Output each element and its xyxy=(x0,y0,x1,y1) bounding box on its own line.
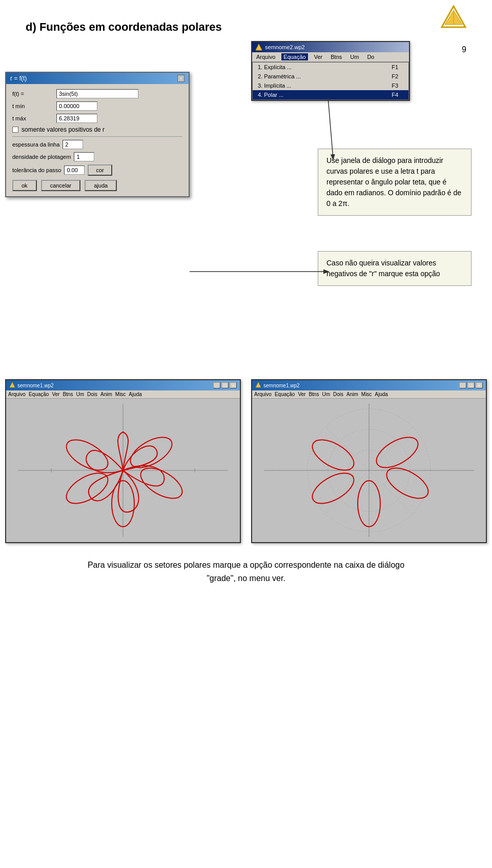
page-number: 9 xyxy=(462,45,466,54)
menu-btns[interactable]: Btns xyxy=(329,53,344,60)
menu-arquivo[interactable]: Arquivo xyxy=(254,53,277,60)
app2-menu-equacao[interactable]: Equação xyxy=(275,391,295,397)
app2-close-btn[interactable]: × xyxy=(476,382,483,388)
app1-menu-equacao[interactable]: Equação xyxy=(29,391,49,397)
app1-menu-btns[interactable]: Btns xyxy=(63,391,73,397)
app2-menu-um[interactable]: Um xyxy=(322,391,330,397)
espessura-row: espessura da linha xyxy=(12,140,182,149)
app1-menu-dois[interactable]: Dois xyxy=(87,391,97,397)
menu-dropdown: 1. Explícita ...F1 2. Paramétrica ...F2 … xyxy=(252,62,409,100)
screenshots-row: semnome1.wp2 _ □ × Arquivo Equação Ver B… xyxy=(5,379,487,543)
app2-maximize-btn[interactable]: □ xyxy=(467,382,475,388)
app2-menu-ver[interactable]: Ver xyxy=(298,391,305,397)
app2-menu-arquivo[interactable]: Arquivo xyxy=(254,391,272,397)
tmax-input[interactable] xyxy=(56,114,97,123)
densidade-label: densidade de plotagem xyxy=(12,154,71,160)
callout-box-1: Use janela de diálogo para introduzir cu… xyxy=(318,149,471,216)
callout2-text: Caso não queira visualizar valores negat… xyxy=(326,259,440,278)
app1-menu-um[interactable]: Um xyxy=(76,391,84,397)
menu-title: semnome2.wp2 xyxy=(265,44,305,50)
checkbox-row: somente valores positivos de r xyxy=(12,126,182,133)
densidade-input[interactable] xyxy=(74,152,94,161)
app2-titlebar: semnome1.wp2 _ □ × xyxy=(252,380,486,390)
app1-minimize-btn[interactable]: _ xyxy=(213,382,220,388)
ft-input[interactable] xyxy=(56,89,138,98)
dialog-titlebar: r = f(t) × xyxy=(6,73,189,84)
menu-ver[interactable]: Ver xyxy=(312,53,325,60)
dialog-box: r = f(t) × f(t) = t mín t máx somente v xyxy=(5,72,190,197)
app2-icon xyxy=(255,382,261,389)
tolerancia-row: tolerância do passo cor xyxy=(12,164,182,176)
tolerancia-input[interactable] xyxy=(64,166,85,175)
app1-canvas xyxy=(6,399,240,542)
ok-button[interactable]: ok xyxy=(12,180,37,191)
app2-menu-ajuda[interactable]: Ajuda xyxy=(375,391,388,397)
densidade-row: densidade de plotagem xyxy=(12,152,182,161)
app1-menu-ajuda[interactable]: Ajuda xyxy=(129,391,142,397)
app2-titlebar-left: semnome1.wp2 xyxy=(255,382,300,389)
bottom-text-content: Para visualizar os setores polares marqu… xyxy=(88,561,404,569)
callout1-text: Use janela de diálogo para introduzir cu… xyxy=(326,156,461,208)
section-title: d) Funções em coordenadas polares xyxy=(26,20,466,34)
tmax-row: t máx xyxy=(12,114,182,123)
screenshot-2: semnome1.wp2 _ □ × Arquivo Equação Ver B… xyxy=(251,379,487,543)
app2-canvas xyxy=(252,399,486,542)
app1-close-btn[interactable]: × xyxy=(230,382,237,388)
menu-item-polar[interactable]: 4. Polar ...F4 xyxy=(253,90,408,99)
dialog-close-button[interactable]: × xyxy=(177,75,184,82)
menu-item-implicita[interactable]: 3. Implícita ...F3 xyxy=(253,81,408,90)
menu-titlebar: semnome2.wp2 xyxy=(252,42,409,52)
espessura-label: espessura da linha xyxy=(12,141,59,148)
app1-titlebar: semnome1.wp2 _ □ × xyxy=(6,380,240,390)
ajuda-button[interactable]: ajuda xyxy=(85,180,117,191)
positive-values-checkbox[interactable] xyxy=(12,127,18,133)
svg-marker-17 xyxy=(256,382,261,387)
menu-item-parametrica[interactable]: 2. Paramétrica ...F2 xyxy=(253,72,408,81)
app1-title: semnome1.wp2 xyxy=(17,383,54,388)
bottom-text: Para visualizar os setores polares marqu… xyxy=(5,559,487,585)
tmin-row: t mín xyxy=(12,101,182,111)
cor-button[interactable]: cor xyxy=(88,164,112,176)
tmin-input[interactable] xyxy=(56,101,97,111)
bottom-text-grade: "grade", no menu ver. xyxy=(207,574,285,583)
menu-um[interactable]: Um xyxy=(348,53,361,60)
app1-menu-ver[interactable]: Ver xyxy=(52,391,59,397)
tmin-label: t mín xyxy=(12,103,53,109)
menu-equacao[interactable]: Equação xyxy=(281,53,308,60)
app1-menubar: Arquivo Equação Ver Btns Um Dois Anim Mi… xyxy=(6,390,240,399)
app1-titlebar-buttons: _ □ × xyxy=(213,382,237,388)
top-logo xyxy=(441,5,466,30)
espessura-input[interactable] xyxy=(63,140,83,149)
screenshot-1: semnome1.wp2 _ □ × Arquivo Equação Ver B… xyxy=(5,379,241,543)
menu-titlebar-icon xyxy=(255,44,262,51)
tmax-label: t máx xyxy=(12,115,53,121)
dialog-body: f(t) = t mín t máx somente valores posit… xyxy=(6,84,189,196)
app2-menu-misc[interactable]: Misc xyxy=(361,391,372,397)
menu-item-explicita[interactable]: 1. Explícita ...F1 xyxy=(253,63,408,72)
ft-label: f(t) = xyxy=(12,91,53,97)
app1-icon xyxy=(9,382,15,389)
app1-maximize-btn[interactable]: □ xyxy=(221,382,229,388)
app1-menu-arquivo[interactable]: Arquivo xyxy=(8,391,26,397)
svg-marker-6 xyxy=(10,382,15,387)
page-content: d) Funções em coordenadas polares semnom… xyxy=(0,0,492,70)
app2-menubar: Arquivo Equação Ver Btns Um Dois Anim Mi… xyxy=(252,390,486,399)
app1-titlebar-left: semnome1.wp2 xyxy=(9,382,54,389)
dialog-title: r = f(t) xyxy=(10,75,27,82)
app2-menu-btns[interactable]: Btns xyxy=(309,391,319,397)
app1-menu-anim[interactable]: Anim xyxy=(100,391,112,397)
app2-minimize-btn[interactable]: _ xyxy=(459,382,466,388)
app2-title: semnome1.wp2 xyxy=(263,383,300,388)
menu-screenshot: semnome2.wp2 Arquivo Equação Ver Btns Um… xyxy=(251,41,410,101)
app2-menu-dois[interactable]: Dois xyxy=(333,391,343,397)
ft-row: f(t) = xyxy=(12,89,182,98)
cancelar-button[interactable]: cancelar xyxy=(41,180,81,191)
app2-menu-anim[interactable]: Anim xyxy=(346,391,358,397)
callout-box-2: Caso não queira visualizar valores negat… xyxy=(318,251,471,286)
menu-do[interactable]: Do xyxy=(365,53,376,60)
dialog-buttons: ok cancelar ajuda xyxy=(12,180,182,191)
checkbox-label: somente valores positivos de r xyxy=(22,126,105,133)
screenshots-section: semnome1.wp2 _ □ × Arquivo Equação Ver B… xyxy=(5,369,487,585)
menu-menubar: Arquivo Equação Ver Btns Um Do xyxy=(252,52,409,62)
app1-menu-misc[interactable]: Misc xyxy=(115,391,126,397)
